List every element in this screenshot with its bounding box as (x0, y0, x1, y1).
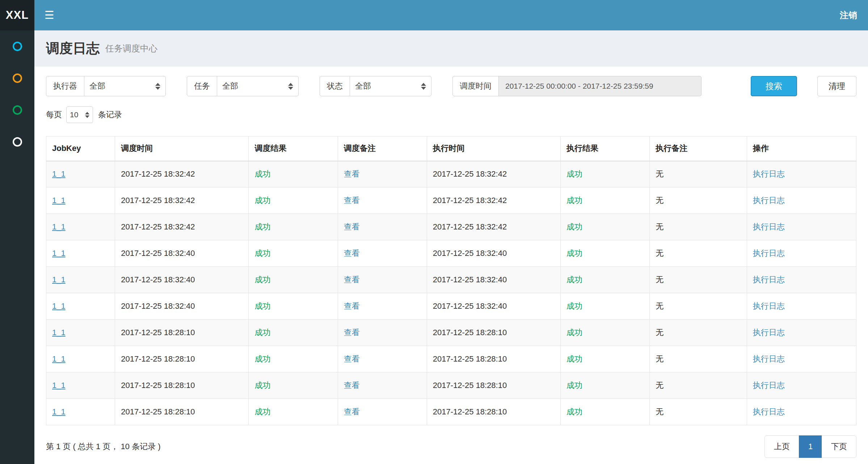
trigger-msg-link[interactable]: 查看 (344, 222, 360, 231)
trigger-result-cell: 成功 (249, 320, 338, 346)
handle-time-cell: 2017-12-25 18:32:42 (427, 161, 560, 187)
circle-icon (13, 105, 22, 115)
view-execution-log-link[interactable]: 执行日志 (753, 301, 785, 311)
sidebar-item-4[interactable] (0, 126, 34, 158)
navbar-bar: ☰ 注销 (34, 0, 868, 30)
col-action: 操作 (747, 136, 856, 161)
view-execution-log-link[interactable]: 执行日志 (753, 196, 785, 205)
sidebar (0, 30, 34, 464)
job-key-link[interactable]: 1_1 (52, 407, 66, 416)
next-page-button[interactable]: 下页 (822, 435, 856, 458)
table-row: 1_1 2017-12-25 18:32:40 成功 查看 2017-12-25… (46, 240, 856, 267)
trigger-time-cell: 2017-12-25 18:32:40 (115, 267, 249, 293)
trigger-msg-link[interactable]: 查看 (344, 328, 360, 337)
trigger-result-cell: 成功 (249, 399, 338, 425)
trigger-result-cell: 成功 (249, 161, 338, 187)
filter-status: 状态 全部 (320, 76, 431, 96)
table-row: 1_1 2017-12-25 18:28:10 成功 查看 2017-12-25… (46, 372, 856, 399)
page-size-value: 10 (70, 110, 78, 119)
view-execution-log-link[interactable]: 执行日志 (753, 381, 785, 390)
circle-icon (13, 42, 22, 51)
page-header: 调度日志 任务调度中心 (34, 30, 868, 67)
log-table: JobKey 调度时间 调度结果 调度备注 执行时间 执行结果 执行备注 操作 … (46, 136, 856, 425)
job-key-link[interactable]: 1_1 (52, 381, 66, 390)
handle-result-cell: 成功 (561, 399, 650, 425)
handle-msg-cell: 无 (650, 320, 747, 346)
sidebar-item-3[interactable] (0, 94, 34, 126)
sidebar-item-2[interactable] (0, 62, 34, 94)
prev-page-button[interactable]: 上页 (764, 435, 799, 458)
clear-button[interactable]: 清理 (817, 76, 856, 96)
col-handle-msg: 执行备注 (650, 136, 747, 161)
view-execution-log-link[interactable]: 执行日志 (753, 169, 785, 178)
job-key-link[interactable]: 1_1 (52, 328, 66, 337)
trigger-msg-link[interactable]: 查看 (344, 249, 360, 258)
view-execution-log-link[interactable]: 执行日志 (753, 249, 785, 258)
filter-job-select[interactable]: 全部 (217, 76, 299, 96)
job-key-link[interactable]: 1_1 (52, 169, 66, 178)
logout-link[interactable]: 注销 (840, 9, 857, 21)
job-key-link[interactable]: 1_1 (52, 301, 66, 311)
circle-icon (13, 73, 22, 83)
select-arrows-icon (421, 83, 426, 90)
handle-result-cell: 成功 (561, 187, 650, 214)
trigger-msg-link[interactable]: 查看 (344, 169, 360, 178)
col-handle-result: 执行结果 (561, 136, 650, 161)
job-key-link[interactable]: 1_1 (52, 249, 66, 258)
handle-msg-cell: 无 (650, 346, 747, 372)
handle-time-cell: 2017-12-25 18:32:40 (427, 240, 560, 267)
table-row: 1_1 2017-12-25 18:32:40 成功 查看 2017-12-25… (46, 293, 856, 320)
trigger-msg-link[interactable]: 查看 (344, 381, 360, 390)
page-size-row: 每页 10 条记录 (46, 106, 856, 123)
page-size-select[interactable]: 10 (66, 106, 93, 123)
page-size-suffix: 条记录 (98, 109, 122, 120)
trigger-msg-link[interactable]: 查看 (344, 354, 360, 363)
col-trigger-time: 调度时间 (115, 136, 249, 161)
job-key-link[interactable]: 1_1 (52, 354, 66, 363)
page-size-prefix: 每页 (46, 109, 62, 120)
handle-msg-cell: 无 (650, 187, 747, 214)
handle-time-cell: 2017-12-25 18:28:10 (427, 346, 560, 372)
search-button[interactable]: 搜索 (751, 76, 797, 96)
filter-executor-value: 全部 (89, 81, 105, 92)
trigger-msg-link[interactable]: 查看 (344, 301, 360, 311)
trigger-time-cell: 2017-12-25 18:32:40 (115, 293, 249, 320)
handle-msg-cell: 无 (650, 372, 747, 399)
job-key-link[interactable]: 1_1 (52, 222, 66, 231)
trigger-time-cell: 2017-12-25 18:32:40 (115, 240, 249, 267)
handle-msg-cell: 无 (650, 161, 747, 187)
filter-job-label: 任务 (187, 76, 217, 96)
select-arrows-icon (155, 83, 160, 90)
page-1-button[interactable]: 1 (799, 435, 822, 458)
table-row: 1_1 2017-12-25 18:32:42 成功 查看 2017-12-25… (46, 187, 856, 214)
filter-status-select[interactable]: 全部 (350, 76, 431, 96)
select-arrows-icon (85, 112, 89, 118)
job-key-link[interactable]: 1_1 (52, 275, 66, 284)
handle-result-cell: 成功 (561, 267, 650, 293)
view-execution-log-link[interactable]: 执行日志 (753, 354, 785, 363)
trigger-msg-link[interactable]: 查看 (344, 196, 360, 205)
trigger-time-cell: 2017-12-25 18:28:10 (115, 346, 249, 372)
view-execution-log-link[interactable]: 执行日志 (753, 328, 785, 337)
handle-time-cell: 2017-12-25 18:28:10 (427, 399, 560, 425)
sidebar-item-1[interactable] (0, 30, 34, 62)
hamburger-menu-icon[interactable]: ☰ (45, 10, 54, 21)
page-subtitle: 任务调度中心 (105, 43, 157, 54)
table-row: 1_1 2017-12-25 18:28:10 成功 查看 2017-12-25… (46, 399, 856, 425)
trigger-msg-link[interactable]: 查看 (344, 407, 360, 416)
handle-result-cell: 成功 (561, 161, 650, 187)
top-navbar: XXL ☰ 注销 (0, 0, 868, 30)
trigger-time-range-input[interactable] (499, 76, 701, 96)
handle-msg-cell: 无 (650, 293, 747, 320)
filter-executor-select[interactable]: 全部 (84, 76, 166, 96)
handle-msg-cell: 无 (650, 399, 747, 425)
job-key-link[interactable]: 1_1 (52, 196, 66, 205)
view-execution-log-link[interactable]: 执行日志 (753, 222, 785, 231)
trigger-msg-link[interactable]: 查看 (344, 275, 360, 284)
filter-row: 执行器 全部 任务 全部 状态 全部 (46, 76, 856, 96)
circle-icon (13, 137, 22, 147)
view-execution-log-link[interactable]: 执行日志 (753, 407, 785, 416)
select-arrows-icon (288, 83, 293, 90)
view-execution-log-link[interactable]: 执行日志 (753, 275, 785, 284)
trigger-time-cell: 2017-12-25 18:32:42 (115, 161, 249, 187)
